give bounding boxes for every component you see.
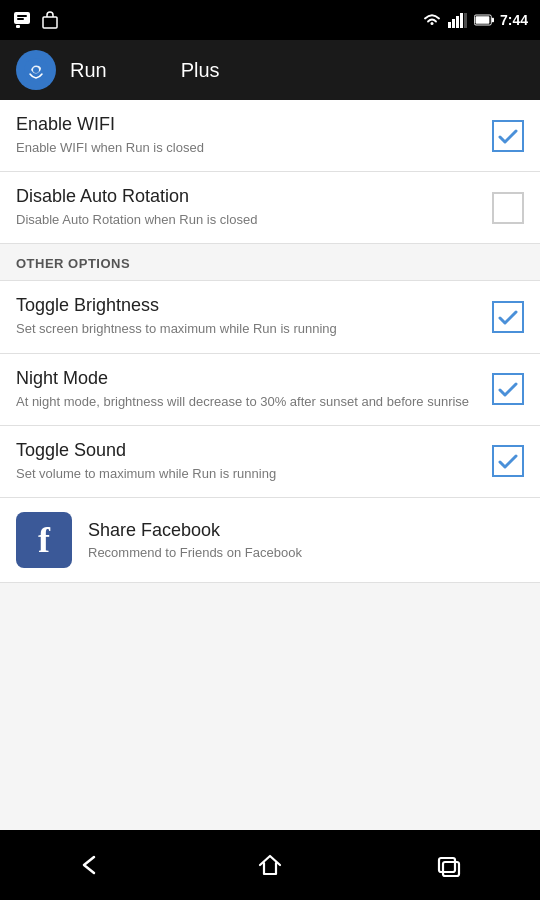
toggle-sound-desc: Set volume to maximum while Run is runni… <box>16 465 476 483</box>
app-title: Run <box>70 59 107 82</box>
svg-rect-9 <box>464 13 467 28</box>
night-mode-text: Night Mode At night mode, brightness wil… <box>16 368 492 411</box>
svg-rect-11 <box>492 18 494 23</box>
recents-button[interactable] <box>420 835 480 895</box>
enable-wifi-checkbox[interactable] <box>492 120 524 152</box>
svg-rect-7 <box>456 16 459 28</box>
svg-rect-1 <box>16 25 20 28</box>
app-subtitle: Plus <box>181 59 220 82</box>
night-mode-desc: At night mode, brightness will decrease … <box>16 393 476 411</box>
toggle-brightness-text: Toggle Brightness Set screen brightness … <box>16 295 492 338</box>
svg-rect-16 <box>443 862 459 876</box>
time-display: 7:44 <box>500 12 528 28</box>
night-mode-title: Night Mode <box>16 368 476 389</box>
facebook-text: Share Facebook Recommend to Friends on F… <box>88 520 302 560</box>
facebook-icon: f <box>16 512 72 568</box>
toggle-brightness-item[interactable]: Toggle Brightness Set screen brightness … <box>0 281 540 353</box>
enable-wifi-title: Enable WIFI <box>16 114 476 135</box>
share-facebook-item[interactable]: f Share Facebook Recommend to Friends on… <box>0 498 540 583</box>
back-button[interactable] <box>60 835 120 895</box>
other-options-header: OTHER OPTIONS <box>0 244 540 281</box>
app-bar: Run Plus <box>0 40 540 100</box>
content-area: Enable WIFI Enable WIFI when Run is clos… <box>0 100 540 830</box>
night-mode-item[interactable]: Night Mode At night mode, brightness wil… <box>0 354 540 426</box>
svg-rect-5 <box>448 22 451 28</box>
toggle-brightness-title: Toggle Brightness <box>16 295 476 316</box>
facebook-desc: Recommend to Friends on Facebook <box>88 545 302 560</box>
svg-rect-2 <box>17 15 27 17</box>
disable-rotation-checkbox[interactable] <box>492 192 524 224</box>
svg-rect-8 <box>460 13 463 28</box>
toggle-sound-text: Toggle Sound Set volume to maximum while… <box>16 440 492 483</box>
enable-wifi-text: Enable WIFI Enable WIFI when Run is clos… <box>16 114 492 157</box>
bag-icon <box>40 10 60 30</box>
battery-icon <box>474 10 494 30</box>
svg-rect-15 <box>439 858 455 872</box>
svg-rect-3 <box>17 18 24 20</box>
home-button[interactable] <box>240 835 300 895</box>
signal-icon <box>448 10 468 30</box>
status-bar: 7:44 <box>0 0 540 40</box>
toggle-brightness-desc: Set screen brightness to maximum while R… <box>16 320 476 338</box>
svg-rect-4 <box>43 17 57 28</box>
toggle-sound-title: Toggle Sound <box>16 440 476 461</box>
disable-rotation-item[interactable]: Disable Auto Rotation Disable Auto Rotat… <box>0 172 540 244</box>
other-options-label: OTHER OPTIONS <box>16 256 130 271</box>
wifi-status-icon <box>422 10 442 30</box>
svg-rect-12 <box>476 16 490 24</box>
enable-wifi-desc: Enable WIFI when Run is closed <box>16 139 476 157</box>
night-mode-checkbox[interactable] <box>492 373 524 405</box>
bottom-nav <box>0 830 540 900</box>
enable-wifi-item[interactable]: Enable WIFI Enable WIFI when Run is clos… <box>0 100 540 172</box>
toggle-sound-checkbox[interactable] <box>492 445 524 477</box>
disable-rotation-text: Disable Auto Rotation Disable Auto Rotat… <box>16 186 492 229</box>
bbm-icon <box>12 10 32 30</box>
svg-point-14 <box>33 67 39 73</box>
status-bar-left <box>12 10 60 30</box>
facebook-title: Share Facebook <box>88 520 302 541</box>
app-logo <box>16 50 56 90</box>
disable-rotation-desc: Disable Auto Rotation when Run is closed <box>16 211 476 229</box>
svg-rect-6 <box>452 19 455 28</box>
status-bar-right: 7:44 <box>422 10 528 30</box>
disable-rotation-title: Disable Auto Rotation <box>16 186 476 207</box>
toggle-sound-item[interactable]: Toggle Sound Set volume to maximum while… <box>0 426 540 498</box>
facebook-letter: f <box>38 522 50 558</box>
toggle-brightness-checkbox[interactable] <box>492 301 524 333</box>
